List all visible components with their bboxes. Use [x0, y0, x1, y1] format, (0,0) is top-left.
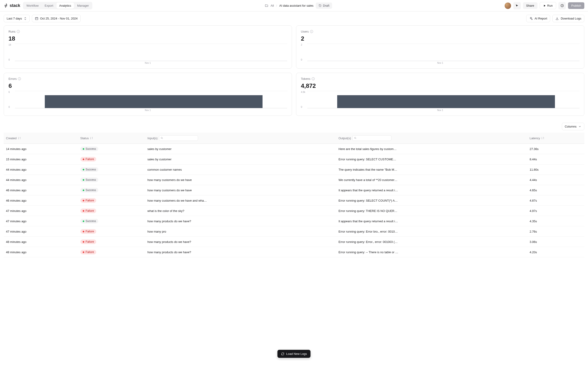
cell-status: Failure [78, 237, 145, 247]
metric-card-errors: Errors i 6 6 0 Nov 1 [4, 73, 292, 116]
info-icon[interactable]: i [17, 30, 20, 33]
run-label: Run [547, 4, 553, 7]
svg-rect-1 [35, 17, 38, 20]
breadcrumb: All / AI data assistant for sales Draft [265, 2, 332, 9]
card-title-text: Tokens [301, 77, 310, 81]
metric-card-tokens: Tokens i 4,872 4.9k 0 Nov 1 [296, 73, 584, 116]
table-row[interactable]: 44 minutes ago Success common customer n… [4, 165, 584, 175]
logo: stack [4, 3, 20, 8]
info-icon[interactable]: i [18, 77, 21, 80]
table-row[interactable]: 48 minutes ago Failure how many products… [4, 247, 584, 257]
table-row[interactable]: 47 minutes ago Failure how many pro Erro… [4, 226, 584, 237]
draft-pill[interactable]: Draft [316, 2, 332, 9]
metric-card-runs: Runs i 18 18 0 Nov 1 [4, 25, 292, 69]
date-range-picker[interactable]: Oct 25, 2024 - Nov 01, 2024 [32, 15, 81, 22]
cell-input: sales by customer [145, 144, 336, 154]
table-row[interactable]: 48 minutes ago Failure how many products… [4, 237, 584, 247]
status-dot-icon [83, 231, 84, 232]
breadcrumb-root[interactable]: All [271, 4, 274, 7]
table-row[interactable]: 46 minutes ago Success how many customer… [4, 185, 584, 195]
outputs-search-input[interactable] [358, 136, 390, 140]
cell-output: Error running query: SELECT COUNT(*) AS … [336, 195, 527, 206]
th-latency[interactable]: Latency [527, 133, 584, 144]
ai-report-button[interactable]: AI Report [526, 15, 550, 22]
cell-input: how many customers do we have and what a… [145, 195, 336, 206]
table-row[interactable]: 15 minutes ago Failure sales by customer… [4, 154, 584, 165]
cell-latency: 8.44s [527, 154, 584, 165]
th-inputs: Input(s) [145, 133, 336, 144]
cell-output: We currently have a total of **20 custom… [336, 175, 527, 185]
mini-chart: 6 0 Nov 1 [9, 91, 287, 111]
cell-output: It appears that the query returned a res… [336, 185, 527, 195]
folder-icon [265, 4, 268, 7]
table-row[interactable]: 14 minutes ago Success sales by customer… [4, 144, 584, 154]
card-value: 4,872 [301, 82, 579, 90]
status-badge: Failure [80, 229, 96, 234]
cell-latency: 4.97s [527, 206, 584, 216]
th-created[interactable]: Created [4, 133, 78, 144]
tab-analytics[interactable]: Analytics [57, 2, 74, 9]
th-outputs-label: Output(s) [338, 136, 351, 140]
tab-manager[interactable]: Manager [74, 2, 92, 9]
cell-latency: 4.20s [527, 247, 584, 257]
range-select[interactable]: Last 7 days [4, 15, 30, 22]
status-badge: Success [80, 219, 98, 223]
cell-output: Error running query: THERE IS NO QUERY F… [336, 206, 527, 216]
inputs-search[interactable] [159, 135, 198, 141]
inputs-search-input[interactable] [164, 136, 196, 140]
status-badge: Success [80, 188, 98, 192]
cell-output: Error running query: -- There is no tabl… [336, 247, 527, 257]
table-row[interactable]: 47 minutes ago Failure what is the color… [4, 206, 584, 216]
download-logs-button[interactable]: Download Logs [552, 15, 584, 22]
svg-point-3 [355, 137, 356, 139]
status-badge: Failure [80, 250, 96, 254]
cell-latency: 2.76s [527, 226, 584, 237]
th-status[interactable]: Status [78, 133, 145, 144]
info-icon[interactable]: i [312, 77, 315, 80]
cell-status: Failure [78, 247, 145, 257]
cell-status: Success [78, 185, 145, 195]
share-button[interactable]: Share [523, 2, 537, 9]
y-top: 4.9k [301, 91, 305, 93]
cell-input: how many products do we have? [145, 247, 336, 257]
download-icon [555, 17, 559, 20]
search-icon [161, 137, 163, 140]
cell-output: Error running query: SELECT CUSTOMER_ID,… [336, 154, 527, 165]
table-row[interactable]: 47 minutes ago Success how many products… [4, 216, 584, 226]
history-icon [319, 4, 321, 7]
card-value: 6 [9, 82, 287, 90]
range-label: Last 7 days [7, 17, 22, 20]
table-row[interactable]: 46 minutes ago Failure how many customer… [4, 195, 584, 206]
cell-input: how many products do we have? [145, 237, 336, 247]
status-dot-icon [83, 169, 84, 170]
clock-button[interactable] [558, 2, 566, 9]
tab-export[interactable]: Export [42, 2, 56, 9]
avatar[interactable] [505, 2, 511, 9]
x-label: Nov 1 [437, 109, 443, 111]
info-icon[interactable]: i [310, 30, 313, 33]
download-logs-label: Download Logs [561, 17, 581, 20]
y-bottom: 0 [9, 106, 10, 108]
cursor-button[interactable] [513, 2, 521, 9]
status-badge: Success [80, 177, 98, 182]
y-top: 18 [9, 44, 11, 46]
publish-button[interactable]: Publish [568, 2, 584, 9]
cell-input: how many customers do we have [145, 175, 336, 185]
breadcrumb-separator: / [276, 4, 277, 7]
table-row[interactable]: 44 minutes ago Success how many customer… [4, 175, 584, 185]
card-value: 18 [9, 35, 287, 42]
columns-button[interactable]: Columns [562, 123, 584, 130]
cell-input: how many pro [145, 226, 336, 237]
status-badge: Failure [80, 198, 96, 203]
chart-bar [45, 95, 262, 108]
columns-label: Columns [565, 125, 577, 128]
breadcrumb-current[interactable]: AI data assistant for sales [279, 4, 313, 7]
cell-status: Failure [78, 195, 145, 206]
run-button[interactable]: Run [540, 2, 556, 9]
clock-icon [561, 4, 564, 7]
tab-workflow[interactable]: Workflow [24, 2, 41, 9]
cell-output: The query indicates that the name "Bob M… [336, 165, 527, 175]
cell-output: Error running query: Error., error: 0010… [336, 237, 527, 247]
outputs-search[interactable] [352, 135, 391, 141]
chevron-down-icon [578, 125, 581, 128]
